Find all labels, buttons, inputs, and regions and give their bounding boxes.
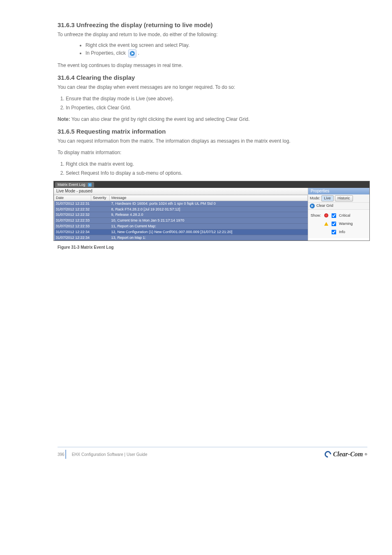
section-title-request: 31.6.5 Requesting matrix information bbox=[58, 128, 367, 135]
table-row[interactable]: 31/07/2012 12:22:3310, Current time is M… bbox=[54, 218, 308, 224]
show-filters: Show: Critical Warning bbox=[308, 210, 369, 238]
body-text: The event log continues to display messa… bbox=[58, 62, 367, 69]
mode-status: Live Mode - paused bbox=[54, 188, 308, 195]
table-row[interactable]: 31/07/2012 12:22:317, Hardware ID 16004:… bbox=[54, 201, 308, 206]
critical-label: Critical bbox=[339, 213, 350, 218]
tab-label: Matrix Event Log bbox=[58, 183, 85, 187]
page-number: 396 bbox=[58, 452, 65, 457]
tab-matrix-event-log[interactable]: Matrix Event Log × bbox=[55, 182, 94, 187]
play-icon bbox=[128, 49, 136, 58]
body-text: To unfreeze the display and return to li… bbox=[58, 31, 367, 38]
bullet-item: In Properties, click . bbox=[85, 49, 367, 58]
table-row[interactable]: 31/07/2012 12:22:329, Release 4.28.2.0 bbox=[54, 212, 308, 218]
table-row[interactable]: 31/07/2012 12:22:3413, Report on Map 1: bbox=[54, 235, 308, 240]
tab-bar: Matrix Event Log × bbox=[54, 181, 369, 188]
footer-divider bbox=[65, 450, 66, 459]
mode-historic-button[interactable]: Historic bbox=[335, 195, 353, 201]
show-label: Show: bbox=[311, 213, 323, 218]
section-title-unfreeze: 31.6.3 Unfreezing the display (returning… bbox=[58, 21, 367, 28]
logo-ring-icon bbox=[323, 450, 333, 459]
warning-checkbox[interactable] bbox=[332, 221, 337, 226]
properties-panel: Properties Mode: Live Historic Clear Gri… bbox=[308, 188, 369, 240]
doc-title: EHX Configuration Software | User Guide bbox=[72, 452, 148, 457]
event-log-screenshot: Matrix Event Log × Live Mode - paused Da… bbox=[53, 181, 370, 241]
table-row[interactable]: 31/07/2012 12:22:3412, New Configuration… bbox=[54, 229, 308, 235]
critical-checkbox[interactable] bbox=[332, 213, 337, 218]
warning-icon bbox=[324, 222, 328, 226]
body-text: You can request information from the mat… bbox=[58, 137, 367, 145]
mode-label: Mode: bbox=[310, 196, 320, 200]
info-label: Info bbox=[339, 229, 345, 235]
brand-logo: Clear-Com® bbox=[325, 451, 367, 458]
step-item: In Properties, click Clear Grid. bbox=[66, 104, 367, 111]
info-checkbox[interactable] bbox=[332, 229, 337, 234]
col-date[interactable]: Date bbox=[54, 195, 91, 201]
bullet-item: Right click the event log screen and sel… bbox=[85, 42, 367, 48]
warning-label: Warning bbox=[339, 221, 353, 227]
table-row[interactable]: 31/07/2012 12:22:328, Rack FT4.28.2.0 [J… bbox=[54, 206, 308, 212]
step-item: Select Request Info to display a sub-men… bbox=[66, 169, 367, 177]
mode-live-button[interactable]: Live bbox=[321, 195, 334, 201]
clear-grid-button[interactable]: Clear Grid bbox=[316, 204, 368, 208]
registered-mark: ® bbox=[364, 452, 367, 456]
ordered-list: Right click the matrix event log. Select… bbox=[66, 160, 367, 177]
table-row[interactable]: 31/07/2012 12:22:3311, Report on Current… bbox=[54, 223, 308, 229]
section-title-clear: 31.6.4 Clearing the display bbox=[58, 74, 367, 81]
properties-header: Properties bbox=[308, 188, 369, 194]
page-footer: 396 EHX Configuration Software | User Gu… bbox=[58, 447, 367, 459]
step-item: Ensure that the display mode is Live (se… bbox=[66, 95, 367, 102]
col-severity[interactable]: Severity bbox=[91, 195, 110, 201]
critical-icon bbox=[324, 213, 328, 217]
body-text: You can clear the display when event mes… bbox=[58, 83, 367, 91]
body-text: To display matrix information: bbox=[58, 149, 367, 156]
figure-caption: Figure 31-3 Matrix Event Log bbox=[58, 245, 367, 250]
mode-buttons: Mode: Live Historic bbox=[308, 194, 369, 203]
brand-name: Clear-Com bbox=[333, 451, 363, 458]
event-table: Date Severity Message 31/07/2012 12:22:3… bbox=[54, 195, 308, 240]
step-item: Right click the matrix event log. bbox=[66, 160, 367, 168]
play-icon[interactable] bbox=[310, 204, 315, 208]
body-text: Note: You can also clear the grid by rig… bbox=[58, 116, 367, 123]
close-icon[interactable]: × bbox=[88, 183, 92, 187]
ordered-list: Ensure that the display mode is Live (se… bbox=[66, 95, 367, 111]
bullet-list: Right click the event log screen and sel… bbox=[69, 42, 367, 58]
col-message[interactable]: Message bbox=[110, 195, 308, 201]
